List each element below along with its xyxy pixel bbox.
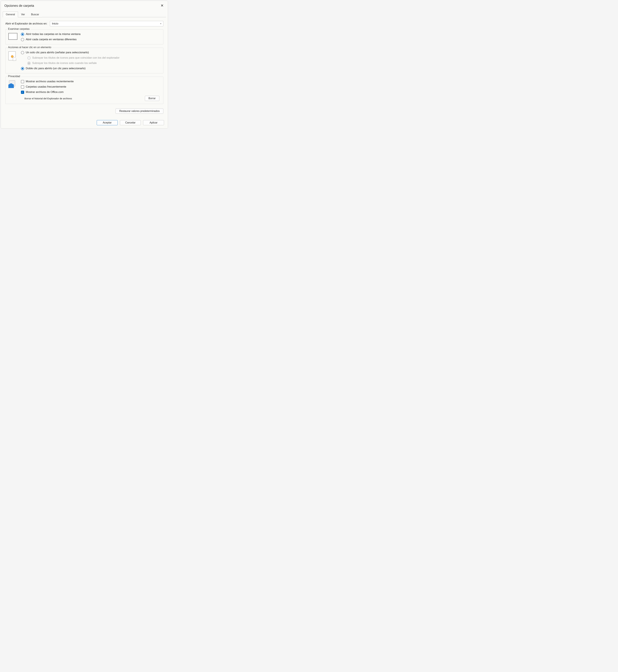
radio-double-click[interactable]: Doble clic para abrirlo (un clic para se… [21,67,160,70]
close-icon[interactable]: ✕ [160,3,164,8]
group-click-items: Acciones al hacer clic en un elemento Un… [5,47,163,73]
folder-icon [8,32,18,40]
open-explorer-label: Abrir el Explorador de archivos en: [5,22,47,25]
radio-icon [21,51,24,54]
checkbox-recent-files[interactable]: Mostrar archivos usadas recientemente [21,80,160,83]
group-privacy: Privacidad Mostrar archivos usadas recie… [5,77,163,104]
privacy-icon [8,80,18,88]
tab-view[interactable]: Ver [18,12,28,17]
titlebar: Opciones de carpeta ✕ [1,1,168,10]
open-explorer-select[interactable]: Inicio ▾ [50,21,163,26]
radio-icon [27,62,30,65]
radio-underline-point: Subrayar los títulos de iconos solo cuan… [21,61,160,65]
checkbox-frequent-folders[interactable]: Carpetas usadas frecuentemente [21,85,160,89]
open-explorer-value: Inicio [52,22,59,25]
open-explorer-row: Abrir el Explorador de archivos en: Inic… [5,21,163,26]
radio-single-click[interactable]: Un solo clic para abrirlo (señalar para … [21,51,160,55]
privacy-legend: Privacidad [7,75,21,78]
checkbox-icon: ✓ [21,91,24,94]
radio-icon [21,38,24,41]
dialog-footer: Aceptar Cancelar Aplicar [1,118,168,128]
radio-icon [21,33,24,36]
chevron-down-icon: ▾ [160,22,161,25]
checkbox-icon [21,85,24,89]
restore-defaults-button[interactable]: Restaurar valores predeterminados [116,108,163,114]
ok-button[interactable]: Aceptar [97,120,118,125]
browse-legend: Examinar carpetas [7,27,30,30]
clear-history-label: Borrar el historial del Explorador de ar… [24,97,72,100]
checkbox-office-files[interactable]: ✓ Mostrar archivos de Office.com [21,90,160,94]
radio-icon [21,67,24,70]
radio-same-window[interactable]: Abrir todas las carpetas en la misma ven… [21,32,160,36]
radio-different-window[interactable]: Abrir cada carpeta en ventanas diferente… [21,38,160,41]
apply-button[interactable]: Aplicar [143,120,164,125]
checkbox-icon [21,80,24,83]
dialog-title: Opciones de carpeta [4,4,34,8]
cancel-button[interactable]: Cancelar [120,120,141,125]
document-click-icon [8,51,18,60]
radio-icon [27,56,30,60]
tab-general[interactable]: General [3,12,18,17]
tab-search[interactable]: Buscar [28,12,42,17]
folder-options-dialog: Opciones de carpeta ✕ General Ver Buscar… [1,1,168,129]
click-legend: Acciones al hacer clic en un elemento [7,46,52,49]
tabs: General Ver Buscar [1,11,168,17]
tab-panel-general: Abrir el Explorador de archivos en: Inic… [1,17,168,118]
group-browse-folders: Examinar carpetas Abrir todas las carpet… [5,29,163,44]
radio-underline-browser: Subrayar los títulos de iconos para que … [21,56,160,60]
clear-button[interactable]: Borrar [145,96,159,101]
